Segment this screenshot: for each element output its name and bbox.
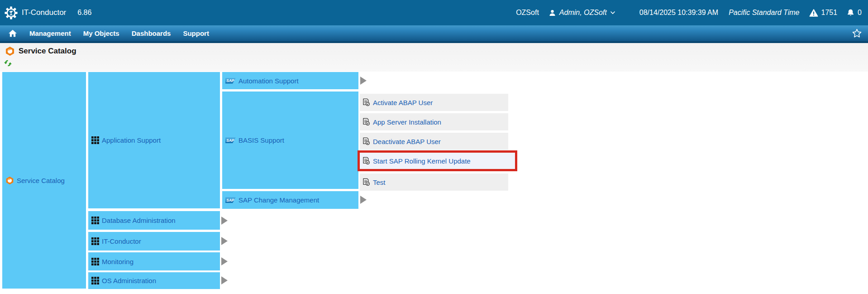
service-item-label: App Server Installation	[373, 118, 441, 126]
catalog-node-application-support[interactable]: Application Support	[88, 72, 220, 208]
grid-icon	[91, 136, 99, 144]
notifications-counter[interactable]: 0	[847, 9, 862, 17]
catalog-node-monitoring[interactable]: Monitoring	[88, 252, 220, 270]
grid-icon	[91, 258, 99, 265]
service-document-check-icon	[362, 118, 370, 126]
catalog-node-it-conductor[interactable]: IT-Conductor	[88, 232, 220, 251]
page-title: Service Catalog	[19, 47, 76, 56]
service-item-deactivate-abap-user[interactable]: Deactivate ABAP User	[360, 133, 508, 150]
user-name: Admin, OZSoft	[559, 9, 607, 17]
catalog-node-label: Monitoring	[102, 258, 134, 265]
service-catalog-icon	[5, 46, 15, 56]
expand-arrow-icon-database-administration[interactable]	[221, 217, 228, 225]
bell-icon	[847, 9, 854, 17]
app-brand: IT-Conductor 6.86	[0, 6, 91, 19]
alerts-counter[interactable]: 1751	[809, 9, 838, 17]
expand-arrow-icon-it-conductor[interactable]	[221, 237, 228, 245]
catalog-node-sap-change-management[interactable]: SAP SAP Change Management	[222, 191, 358, 209]
service-item-label: Test	[373, 178, 386, 186]
topbar: IT-Conductor 6.86 OZSoft Admin, OZSoft 0…	[0, 0, 868, 25]
page-header: Service Catalog	[0, 43, 868, 72]
grid-icon	[91, 237, 99, 245]
timezone-label: Pacific Standard Time	[729, 9, 799, 17]
service-item-label: Start SAP Rolling Kernel Update	[373, 157, 471, 165]
service-document-check-icon	[362, 137, 370, 145]
nav-item-support[interactable]: Support	[183, 29, 209, 37]
catalog-node-automation-support[interactable]: SAP Automation Support	[222, 72, 358, 89]
service-item-start-sap-rolling-kernel-update-highlighted[interactable]: Start SAP Rolling Kernel Update	[358, 150, 517, 171]
service-document-check-icon	[362, 178, 370, 186]
service-document-check-icon	[362, 157, 370, 165]
catalog-node-label: IT-Conductor	[102, 237, 141, 245]
catalog-node-label: OS Administration	[102, 277, 156, 284]
catalog-node-label: Automation Support	[238, 77, 299, 85]
user-icon	[548, 9, 556, 17]
service-item-label: Deactivate ABAP User	[373, 138, 441, 145]
grid-icon	[91, 217, 99, 224]
sap-logo-icon: SAP	[225, 137, 236, 143]
service-item-label: Activate ABAP User	[373, 99, 433, 106]
user-menu[interactable]: Admin, OZSoft	[548, 9, 615, 17]
current-datetime: 08/14/2025 10:39:39 AM	[639, 9, 718, 17]
nav-item-management[interactable]: Management	[29, 29, 71, 37]
refresh-icon[interactable]	[4, 59, 12, 67]
home-icon[interactable]	[8, 29, 17, 37]
app-name: IT-Conductor	[22, 8, 66, 17]
sap-logo-icon: SAP	[225, 197, 236, 203]
catalog-node-database-administration[interactable]: Database Administration	[88, 211, 220, 230]
service-item-activate-abap-user[interactable]: Activate ABAP User	[360, 94, 508, 111]
service-item-test[interactable]: Test	[360, 174, 508, 191]
catalog-node-os-administration[interactable]: OS Administration	[88, 272, 220, 289]
catalog-node-label: Service Catalog	[17, 177, 65, 184]
chevron-down-icon	[610, 11, 615, 14]
warning-triangle-icon	[809, 9, 818, 17]
service-item-app-server-installation[interactable]: App Server Installation	[360, 113, 508, 130]
expand-arrow-icon-os-administration[interactable]	[221, 276, 228, 284]
topbar-right: OZSoft Admin, OZSoft 08/14/2025 10:39:39…	[516, 9, 868, 17]
it-conductor-gear-logo-icon	[5, 6, 18, 19]
catalog-node-label: BASIS Support	[238, 136, 284, 144]
service-document-check-icon	[362, 98, 370, 106]
catalog-node-label: Application Support	[102, 136, 161, 144]
expand-arrow-icon-automation-support[interactable]	[360, 77, 367, 85]
service-catalog-node-icon	[5, 176, 14, 185]
catalog-node-service-catalog[interactable]: Service Catalog	[2, 72, 86, 289]
app-version: 6.86	[77, 9, 91, 17]
expand-arrow-icon-sap-change-management[interactable]	[360, 196, 367, 204]
catalog-node-basis-support[interactable]: SAP BASIS Support	[222, 92, 358, 189]
favorite-star-icon[interactable]	[852, 29, 862, 38]
nav-item-my-objects[interactable]: My Objects	[83, 29, 119, 37]
notifications-count: 0	[858, 9, 862, 17]
sap-logo-icon: SAP	[225, 78, 236, 84]
org-name: OZSoft	[516, 9, 539, 17]
expand-arrow-icon-monitoring[interactable]	[221, 257, 228, 265]
grid-icon	[91, 277, 99, 284]
nav-item-dashboards[interactable]: Dashboards	[132, 29, 171, 37]
main-navbar: Management My Objects Dashboards Support	[0, 25, 868, 43]
catalog-node-label: SAP Change Management	[238, 196, 319, 204]
catalog-node-label: Database Administration	[102, 217, 176, 224]
alerts-count: 1751	[821, 9, 838, 17]
